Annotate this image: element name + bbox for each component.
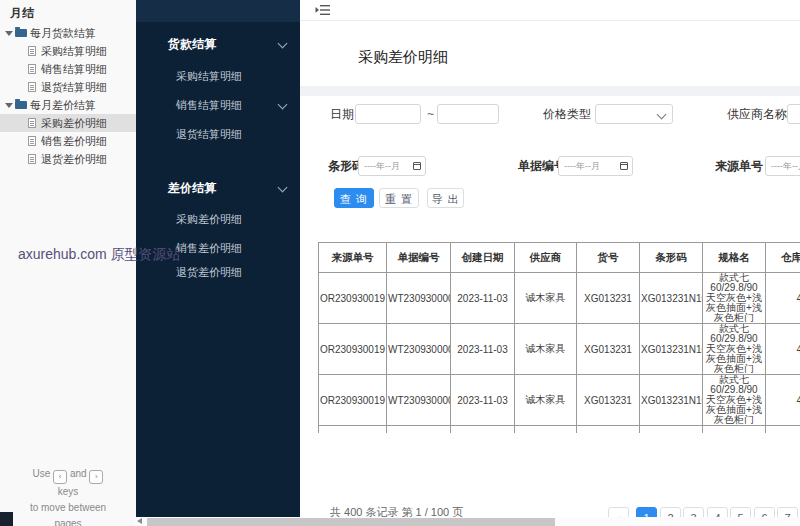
table-cell: OR230930019 [319,273,387,324]
watermark-text: axurehub.com 原型资源站 [18,246,181,264]
document-icon [28,64,36,74]
menu-fold-icon[interactable] [315,4,331,16]
table-cell: XG013231 [577,375,640,426]
nav-item-purchase-settlement[interactable]: 采购结算明细 [176,69,242,84]
table-cell [640,426,703,434]
table-cell [319,426,387,434]
chevron-down-icon [278,39,288,49]
table-column-header: 供应商 [515,243,577,273]
tree-item-label: 采购结算明细 [41,42,107,60]
nav-item-return-price-diff[interactable]: 退货差价明细 [176,265,242,280]
nav-section-payment-settlement[interactable]: 货款结算 [168,36,216,53]
tree-folder-monthly-payment[interactable]: 每月货款结算 [0,24,136,42]
date-range-separator: ~ [427,104,434,124]
table-column-header: 仓库编号 [766,243,800,273]
month-placeholder: ----年--月 [564,161,600,171]
table-row [319,426,800,434]
supplier-name-input[interactable] [787,104,800,124]
chevron-down-icon [278,183,288,193]
export-button[interactable]: 导 出 [427,188,464,208]
document-icon [28,136,36,146]
right-arrow-keycap-icon: › [89,470,103,484]
table-cell [451,426,515,434]
reset-button[interactable]: 重 置 [379,188,419,208]
source-no-label: 来源单号 [715,156,763,176]
date-label: 日期 [330,104,354,124]
tree-item-label: 退货差价明细 [41,150,107,168]
table-cell: 48 [766,273,800,324]
source-no-month-input[interactable]: ----年--月 [765,156,800,176]
table-cell: 诚木家具 [515,273,577,324]
main-content: 采购差价明细 日期 ~ 价格类型 供应商名称 条形码 ----年--月 单据编号… [300,0,800,526]
table-cell: 款式七 60/29.8/90 天空灰色+浅灰色抽面+浅灰色柜门 [703,273,766,324]
nav-item-purchase-price-diff[interactable]: 采购差价明细 [176,212,242,227]
nav-top-band [136,0,300,22]
help-line-pages: pages [54,518,81,526]
help-word-use: Use [33,468,51,479]
table-cell [766,426,800,434]
calendar-icon[interactable] [620,162,628,170]
tree-folder-label: 每月货款结算 [30,24,96,42]
tree-item-return-settlement[interactable]: 退货结算明细 [0,78,136,96]
player-corner-chip [0,512,13,526]
tree-item-label: 销售结算明细 [41,60,107,78]
nav-item-sales-price-diff[interactable]: 销售差价明细 [176,241,242,256]
scrollbar-thumb[interactable] [147,518,555,526]
month-placeholder: ----年--月 [364,161,400,171]
header-content-divider [300,86,800,96]
nav-item-label: 销售结算明细 [176,99,242,111]
scroll-left-arrow-icon[interactable] [137,518,142,524]
expander-icon[interactable] [5,103,13,108]
nav-section-label: 差价结算 [168,181,216,195]
table-row: OR230930019WT23093000042023-11-03诚木家具XG0… [319,324,800,375]
table-cell: 48 [766,324,800,375]
nav-item-sales-settlement[interactable]: 销售结算明细 [176,98,242,113]
table-cell: 2023-11-03 [451,324,515,375]
table-column-header: 单据编号 [387,243,451,273]
nav-item-label: 退货结算明细 [176,128,242,140]
table-cell: OR230930019 [319,324,387,375]
search-button[interactable]: 查 询 [334,188,374,208]
date-to-input[interactable] [437,104,499,124]
table-cell: XG013231 [577,324,640,375]
app-root: 月结 每月货款结算 采购结算明细 销售结算明细 退货结算明细 每月差价结算 采购… [0,0,800,526]
top-bar [300,0,800,21]
tree-item-return-price-diff[interactable]: 退货差价明细 [0,150,136,168]
table-cell: 款式七 60/29.8/90 天空灰色+浅灰色抽面+浅灰色柜门 [703,375,766,426]
tree-item-purchase-settlement[interactable]: 采购结算明细 [0,42,136,60]
left-arrow-keycap-icon: ‹ [53,470,67,484]
table-cell: XG013231N1037V02 [640,375,703,426]
expander-icon[interactable] [5,31,13,36]
chevron-down-icon [657,110,667,120]
table-column-header: 条形码 [640,243,703,273]
price-type-select[interactable] [595,104,673,124]
table-cell: XG013231N1037V02 [640,273,703,324]
horizontal-scrollbar[interactable] [135,517,800,526]
table-column-header: 货号 [577,243,640,273]
tree-item-sales-price-diff[interactable]: 销售差价明细 [0,132,136,150]
table-cell: XG013231 [577,273,640,324]
table-cell [515,426,577,434]
tree-item-sales-settlement[interactable]: 销售结算明细 [0,60,136,78]
date-from-input[interactable] [355,104,421,124]
calendar-icon[interactable] [413,162,421,170]
doc-no-month-input[interactable]: ----年--月 [558,156,633,176]
tree-item-purchase-price-diff[interactable]: 采购差价明细 [0,114,136,132]
nav-section-label: 货款结算 [168,37,216,51]
document-icon [28,82,36,92]
nav-item-label: 采购差价明细 [176,213,242,225]
tree-folder-monthly-price-diff[interactable]: 每月差价结算 [0,96,136,114]
barcode-month-input[interactable]: ----年--月 [358,156,426,176]
table-cell: WT2309300004 [387,273,451,324]
chevron-down-icon [278,100,288,110]
table-column-header: 创建日期 [451,243,515,273]
nav-item-label: 采购结算明细 [176,70,242,82]
data-table-wrapper: 来源单号单据编号创建日期供应商货号条形码规格名仓库编号 OR230930019W… [318,242,800,433]
table-cell: 诚木家具 [515,375,577,426]
nav-item-return-settlement[interactable]: 退货结算明细 [176,127,242,142]
tree-item-label: 退货结算明细 [41,78,107,96]
month-placeholder: ----年--月 [771,161,800,171]
table-cell: XG013231N1037V02 [640,324,703,375]
table-cell: 48 [766,375,800,426]
nav-section-price-diff-settlement[interactable]: 差价结算 [168,180,216,197]
